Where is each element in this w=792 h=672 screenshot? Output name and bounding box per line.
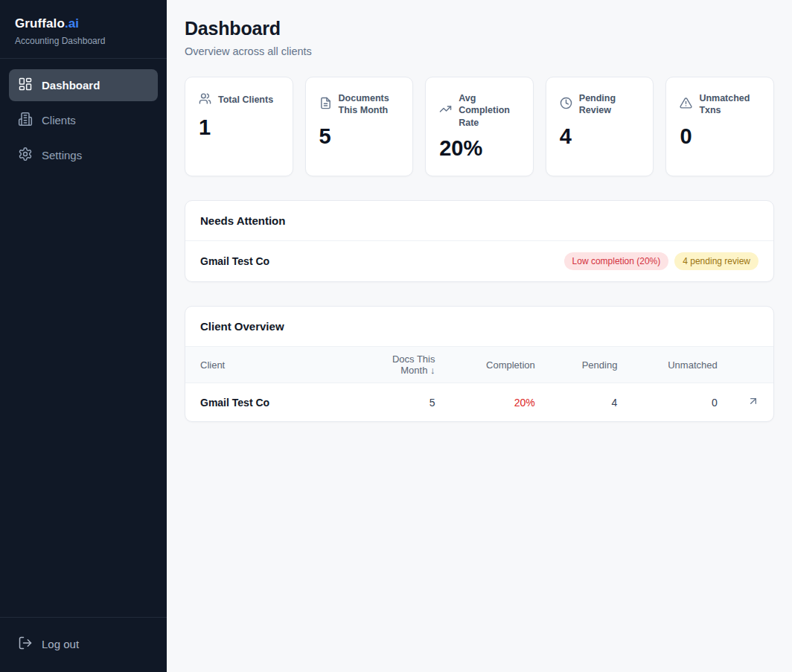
logout-block: Log out	[0, 617, 167, 672]
gear-icon	[18, 147, 33, 164]
table-header-row: Client Docs This Month ↓ Completion Pend…	[185, 347, 773, 383]
badge-group: Low completion (20%) 4 pending review	[564, 252, 759, 270]
column-header-action	[732, 347, 773, 383]
main-content: Dashboard Overview across all clients To…	[167, 0, 792, 672]
logo-block: Gruffalo.ai Accounting Dashboard	[0, 0, 167, 58]
logout-icon	[18, 636, 33, 653]
stat-card-unmatched-txns: Unmatched Txns 0	[665, 77, 774, 176]
cell-docs: 5	[362, 383, 450, 422]
logo-brand: Gruffalo	[15, 16, 65, 31]
stat-label: Unmatched Txns	[699, 92, 760, 117]
stat-card-pending-review: Pending Review 4	[546, 77, 654, 176]
building-icon	[18, 112, 33, 129]
needs-attention-row[interactable]: Gmail Test Co Low completion (20%) 4 pen…	[185, 241, 773, 281]
cell-pending: 4	[550, 383, 633, 422]
sidebar-spacer	[0, 182, 167, 617]
low-completion-badge: Low completion (20%)	[564, 252, 669, 270]
sidebar-item-label: Settings	[42, 149, 82, 161]
column-header-client[interactable]: Client	[185, 347, 362, 383]
arrow-up-right-icon[interactable]	[747, 395, 759, 407]
clock-icon	[560, 97, 572, 112]
logout-label: Log out	[42, 638, 79, 650]
sidebar-item-label: Clients	[42, 114, 76, 127]
stat-card-total-clients: Total Clients 1	[185, 77, 293, 176]
pending-review-badge: 4 pending review	[674, 252, 759, 270]
dashboard-grid-icon	[18, 77, 33, 94]
stat-value: 4	[560, 124, 640, 149]
cell-unmatched: 0	[632, 383, 732, 422]
trending-up-icon	[439, 103, 452, 118]
sidebar-nav: Dashboard Clients Settings	[0, 59, 167, 182]
client-overview-table: Client Docs This Month ↓ Completion Pend…	[185, 347, 773, 421]
client-name: Gmail Test Co	[200, 255, 269, 267]
alert-triangle-icon	[680, 97, 692, 112]
stat-value: 0	[680, 124, 760, 149]
sidebar: Gruffalo.ai Accounting Dashboard Dashboa…	[0, 0, 167, 672]
sidebar-item-clients[interactable]: Clients	[9, 104, 158, 136]
stat-card-avg-completion: Avg Completion Rate 20%	[425, 77, 534, 176]
client-overview-title: Client Overview	[185, 307, 773, 347]
needs-attention-panel: Needs Attention Gmail Test Co Low comple…	[185, 200, 774, 282]
stats-grid: Total Clients 1 Documents This Month 5	[185, 77, 774, 176]
sidebar-item-dashboard[interactable]: Dashboard	[9, 69, 158, 101]
needs-attention-title: Needs Attention	[185, 201, 773, 241]
stat-value: 5	[319, 124, 400, 149]
column-header-unmatched[interactable]: Unmatched	[632, 347, 732, 383]
stat-card-documents: Documents This Month 5	[305, 77, 414, 176]
app-logo: Gruffalo.ai	[15, 16, 152, 31]
page-title: Dashboard	[185, 18, 774, 39]
cell-client: Gmail Test Co	[185, 383, 362, 422]
stat-label: Documents This Month	[339, 92, 400, 117]
page-subtitle: Overview across all clients	[185, 45, 774, 57]
stat-label: Pending Review	[579, 92, 640, 117]
client-overview-panel: Client Overview Client Docs This Month ↓…	[185, 306, 774, 422]
column-header-pending[interactable]: Pending	[550, 347, 633, 383]
stat-value: 1	[199, 115, 279, 140]
logo-suffix: .ai	[65, 16, 79, 31]
users-icon	[199, 92, 211, 108]
sidebar-item-label: Dashboard	[42, 79, 100, 92]
stat-value: 20%	[439, 136, 520, 161]
table-row[interactable]: Gmail Test Co 5 20% 4 0	[185, 383, 773, 422]
app-subtitle: Accounting Dashboard	[15, 36, 152, 46]
sidebar-item-settings[interactable]: Settings	[9, 139, 158, 171]
column-header-docs-sorted[interactable]: Docs This Month ↓	[362, 347, 450, 383]
stat-label: Total Clients	[218, 94, 273, 106]
column-header-completion[interactable]: Completion	[450, 347, 550, 383]
logout-button[interactable]: Log out	[9, 628, 158, 660]
stat-label: Avg Completion Rate	[459, 92, 520, 129]
document-icon	[319, 97, 332, 112]
cell-completion: 20%	[450, 383, 550, 422]
